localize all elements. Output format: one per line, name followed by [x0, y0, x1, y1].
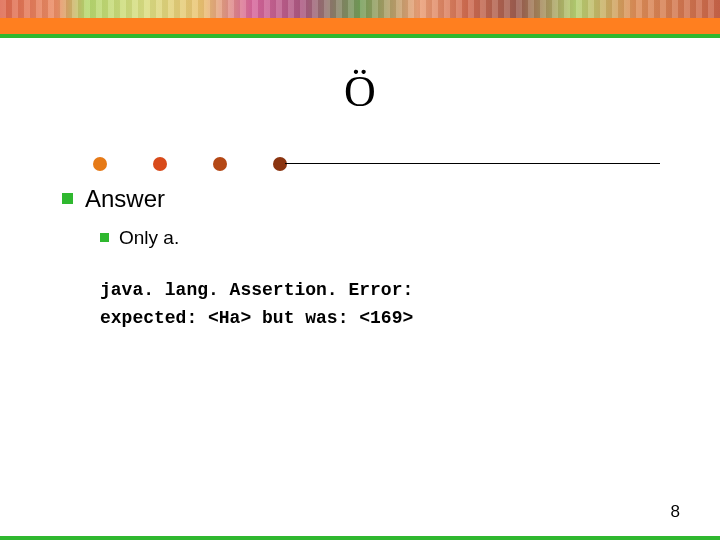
code-line: expected: <Ha> but was: <169> — [100, 305, 720, 333]
header-orange-bar — [0, 18, 720, 34]
footer-green-line — [0, 536, 720, 540]
square-bullet-icon — [62, 193, 73, 204]
sub-bullet-text: Only a. — [119, 227, 179, 249]
slide-title-area: Ö — [0, 38, 720, 157]
square-bullet-icon — [100, 233, 109, 242]
decorative-horizontal-rule — [285, 163, 660, 164]
sub-bullet-item: Only a. — [100, 227, 720, 249]
slide-body: Answer Only a. java. lang. Assertion. Er… — [0, 171, 720, 333]
decorative-dots-row — [50, 157, 660, 171]
bullet-item: Answer — [62, 185, 720, 213]
decorative-dot — [213, 157, 227, 171]
code-line: java. lang. Assertion. Error: — [100, 277, 720, 305]
header-decorative-strip — [0, 0, 720, 18]
page-number: 8 — [671, 502, 680, 522]
code-block: java. lang. Assertion. Error: expected: … — [100, 277, 720, 333]
bullet-text: Answer — [85, 185, 165, 213]
decorative-dot — [273, 157, 287, 171]
slide-title: Ö — [344, 67, 376, 116]
decorative-dot — [153, 157, 167, 171]
decorative-dot — [93, 157, 107, 171]
